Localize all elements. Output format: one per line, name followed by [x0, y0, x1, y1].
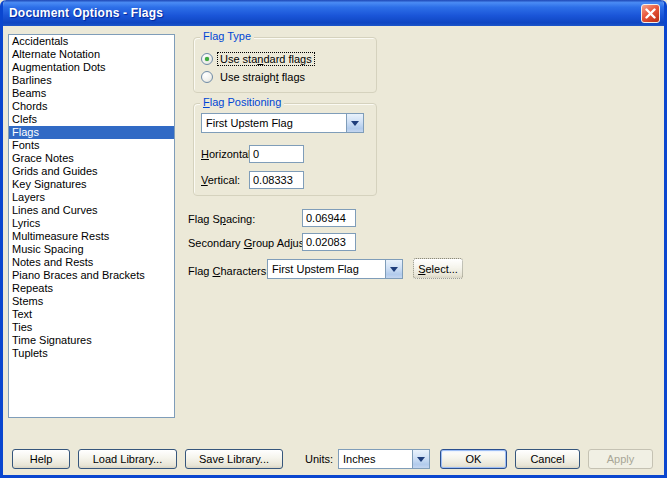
flag-positioning-caption: Flag Positioning — [200, 96, 284, 108]
list-item-time-signatures[interactable]: Time Signatures — [9, 334, 174, 347]
radio-use-standard-flags[interactable]: Use standard flags — [201, 51, 314, 66]
list-item-piano-braces-and-brackets[interactable]: Piano Braces and Brackets — [9, 269, 174, 282]
list-item-multimeasure-rests[interactable]: Multimeasure Rests — [9, 230, 174, 243]
list-item-alternate-notation[interactable]: Alternate Notation — [9, 48, 174, 61]
radio-button-icon — [201, 53, 213, 65]
vertical-field[interactable] — [249, 171, 304, 189]
radio-use-straight-flags-label: Use straight flags — [218, 71, 307, 83]
radio-use-straight-flags[interactable]: Use straight flags — [201, 69, 307, 84]
flag-type-caption: Flag Type — [200, 30, 254, 42]
list-item-flags-selected[interactable]: Flags — [9, 126, 174, 139]
list-item-notes-and-rests[interactable]: Notes and Rests — [9, 256, 174, 269]
flag-positioning-dropdown-value: First Upstem Flag — [202, 117, 346, 129]
chevron-down-icon — [390, 267, 398, 272]
dropdown-button[interactable] — [346, 114, 363, 132]
chevron-down-icon — [351, 121, 359, 126]
secondary-group-adjust-label: Secondary Group Adjust: — [188, 237, 310, 249]
apply-button[interactable]: Apply — [588, 449, 653, 469]
units-dropdown-value: Inches — [339, 453, 412, 465]
close-icon — [645, 8, 656, 19]
select-button[interactable]: Select... — [413, 258, 463, 279]
list-item-fonts[interactable]: Fonts — [9, 139, 174, 152]
list-item-tuplets[interactable]: Tuplets — [9, 347, 174, 360]
title-bar[interactable]: Document Options - Flags — [0, 0, 667, 26]
list-item-ties[interactable]: Ties — [9, 321, 174, 334]
list-item-clefs[interactable]: Clefs — [9, 113, 174, 126]
cancel-button[interactable]: Cancel — [515, 449, 580, 469]
horizontal-label: Horizontal: — [201, 148, 254, 160]
radio-button-icon — [201, 71, 213, 83]
flag-characters-dropdown[interactable]: First Upstem Flag — [267, 259, 403, 279]
dialog-title: Document Options - Flags — [0, 6, 163, 20]
list-item-grace-notes[interactable]: Grace Notes — [9, 152, 174, 165]
list-item-barlines[interactable]: Barlines — [9, 74, 174, 87]
list-item-grids-and-guides[interactable]: Grids and Guides — [9, 165, 174, 178]
flag-characters-dropdown-value: First Upstem Flag — [268, 263, 385, 275]
chevron-down-icon — [417, 457, 425, 462]
vertical-label: Vertical: — [201, 174, 240, 186]
load-library-button[interactable]: Load Library... — [78, 449, 177, 469]
list-item-accidentals[interactable]: Accidentals — [9, 35, 174, 48]
list-item-key-signatures[interactable]: Key Signatures — [9, 178, 174, 191]
help-button[interactable]: Help — [12, 449, 70, 469]
flag-type-group: Flag Type Use standard flags Use straigh… — [193, 37, 377, 93]
document-options-dialog: Document Options - Flags Accidentals Alt… — [0, 0, 667, 478]
units-dropdown[interactable]: Inches — [338, 449, 430, 469]
list-item-text[interactable]: Text — [9, 308, 174, 321]
units-label: Units: — [305, 453, 333, 465]
secondary-group-adjust-field[interactable] — [302, 233, 356, 251]
radio-use-standard-flags-label: Use standard flags — [218, 53, 314, 65]
dropdown-button[interactable] — [385, 260, 402, 278]
category-listbox[interactable]: Accidentals Alternate Notation Augmentat… — [8, 34, 175, 418]
ok-button[interactable]: OK — [440, 449, 507, 469]
list-item-lines-and-curves[interactable]: Lines and Curves — [9, 204, 174, 217]
flag-positioning-dropdown[interactable]: First Upstem Flag — [201, 113, 364, 133]
list-item-repeats[interactable]: Repeats — [9, 282, 174, 295]
save-library-button[interactable]: Save Library... — [185, 449, 283, 469]
list-item-augmentation-dots[interactable]: Augmentation Dots — [9, 61, 174, 74]
flag-spacing-field[interactable] — [302, 209, 356, 227]
list-item-layers[interactable]: Layers — [9, 191, 174, 204]
dropdown-button[interactable] — [412, 450, 429, 468]
close-button[interactable] — [641, 4, 660, 23]
list-item-lyrics[interactable]: Lyrics — [9, 217, 174, 230]
flag-characters-label: Flag Characters: — [188, 265, 269, 277]
list-item-stems[interactable]: Stems — [9, 295, 174, 308]
list-item-music-spacing[interactable]: Music Spacing — [9, 243, 174, 256]
horizontal-field[interactable] — [249, 145, 304, 163]
list-item-chords[interactable]: Chords — [9, 100, 174, 113]
flag-spacing-label: Flag Spacing: — [188, 213, 255, 225]
flag-positioning-group: Flag Positioning First Upstem Flag Horiz… — [193, 103, 377, 196]
list-item-beams[interactable]: Beams — [9, 87, 174, 100]
dialog-client-area: Accidentals Alternate Notation Augmentat… — [3, 26, 664, 475]
